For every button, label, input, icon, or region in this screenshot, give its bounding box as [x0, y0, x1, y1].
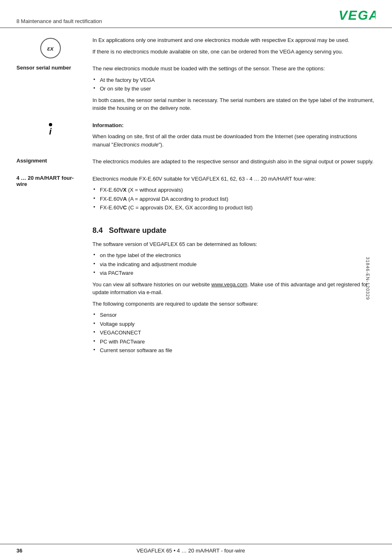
fourwire-label2: wire — [16, 181, 27, 187]
vega-logo: VEGA — [339, 7, 376, 24]
chapter-title: 8 Maintenance and fault rectification — [16, 18, 102, 24]
fx-bold-0: X — [123, 187, 127, 193]
info-content: Information: When loading on site, first… — [92, 121, 376, 152]
assignment-row: Assignment The electronics modules are a… — [16, 158, 376, 169]
info-icon: i — [43, 122, 58, 139]
list-item: via PACTware — [92, 269, 376, 277]
sensor-serial-label: Sensor serial number — [16, 65, 71, 71]
list-item: Voltage supply — [92, 320, 376, 328]
section-84-intro: The software version of VEGAFLEX 65 can … — [92, 240, 376, 248]
main-content: εx In Ex applications only one instrumen… — [0, 36, 392, 380]
info-row: i Information: When loading on site, fir… — [16, 121, 376, 152]
fx-pre-0: FX-E.60V — [100, 187, 123, 193]
sensor-serial-content: The new electronics module must be loade… — [92, 65, 376, 116]
assignment-content: The electronics modules are adapted to t… — [92, 158, 376, 169]
ex-icon-col: εx — [16, 36, 92, 59]
section-84-row: 8.4 Software update The software version… — [16, 221, 376, 358]
page-number: 36 — [16, 548, 22, 554]
fx-post-1: (A = approval DA according to product li… — [127, 196, 228, 202]
list-item: PC with PACTware — [92, 338, 376, 346]
section-heading: 8.4 Software update — [92, 225, 376, 236]
fourwire-label-col: 4 … 20 mA/HART four- wire — [16, 175, 92, 215]
list-item: Or on site by the user — [92, 85, 376, 93]
list-item: At the factory by VEGA — [92, 76, 376, 84]
section-84-content: 8.4 Software update The software version… — [92, 221, 376, 358]
info-dot — [49, 123, 52, 126]
section-84-components: Sensor Voltage supply VEGACONNECT PC wit… — [92, 311, 376, 355]
sensor-serial-label-col: Sensor serial number — [16, 65, 92, 116]
fourwire-content: Electronics module FX-E.60V suitable for… — [92, 175, 376, 215]
list-item: FX-E.60VC (C = approvals DX, EX, GX acco… — [92, 204, 376, 212]
fx-bold-2: C — [123, 204, 127, 211]
page-header: 8 Maintenance and fault rectification VE… — [0, 0, 392, 28]
list-item: VEGACONNECT — [92, 329, 376, 337]
sensor-serial-details: In both cases, the sensor serial number … — [92, 96, 376, 112]
svg-text:VEGA: VEGA — [339, 8, 376, 22]
sensor-serial-intro: The new electronics module must be loade… — [92, 65, 376, 73]
fx-pre-1: FX-E.60V — [100, 196, 123, 202]
list-item: FX-E.60VA (A = approval DA according to … — [92, 195, 376, 203]
fourwire-row: 4 … 20 mA/HART four- wire Electronics mo… — [16, 175, 376, 215]
page-footer: 36 VEGAFLEX 65 • 4 … 20 mA/HART - four-w… — [0, 544, 392, 557]
section-84-website: You can view all software histories on o… — [92, 281, 376, 297]
list-item: via the indicating and adjustment module — [92, 260, 376, 269]
fx-post-2: (C = approvals DX, EX, GX according to p… — [127, 204, 253, 211]
sensor-serial-options: At the factory by VEGA Or on site by the… — [92, 76, 376, 93]
ex-para1: In Ex applications only one instrument a… — [92, 36, 376, 44]
assignment-label-col: Assignment — [16, 158, 92, 169]
assignment-text: The electronics modules are adapted to t… — [92, 158, 376, 166]
fx-pre-2: FX-E.60V — [100, 204, 123, 211]
info-heading: Information: — [92, 121, 376, 130]
info-icon-col: i — [16, 121, 92, 152]
fourwire-intro: Electronics module FX-E.60V suitable for… — [92, 175, 376, 183]
fourwire-label1: 4 … 20 mA/HART four- — [16, 175, 74, 181]
assignment-label: Assignment — [16, 158, 47, 164]
ex-text: In Ex applications only one instrument a… — [92, 36, 376, 59]
list-item: Current sensor software as file — [92, 346, 376, 355]
info-body: When loading on site, first of all the o… — [92, 132, 376, 149]
side-label: 31846-EN-120329 — [366, 257, 371, 300]
section-84-label-col — [16, 221, 92, 358]
section-title: Software update — [109, 226, 166, 234]
section-84-det-bullets: on the type label of the electronics via… — [92, 251, 376, 277]
ex-icon: εx — [40, 38, 61, 58]
list-item: FX-E.60VX (X = without approvals) — [92, 186, 376, 194]
section-num: 8.4 — [92, 226, 103, 234]
list-item: on the type label of the electronics — [92, 251, 376, 260]
ex-para2: If there is no electronics module availa… — [92, 48, 376, 56]
list-item: Sensor — [92, 311, 376, 319]
ex-block: εx In Ex applications only one instrumen… — [16, 36, 376, 59]
fx-bold-1: A — [123, 196, 127, 202]
fx-post-0: (X = without approvals) — [127, 187, 183, 193]
footer-text: VEGAFLEX 65 • 4 … 20 mA/HART - four-wire — [136, 548, 245, 554]
section-84-components-intro: The following components are required to… — [92, 300, 376, 308]
fourwire-bullets: FX-E.60VX (X = without approvals) FX-E.6… — [92, 186, 376, 212]
sensor-serial-row: Sensor serial number The new electronics… — [16, 65, 376, 116]
